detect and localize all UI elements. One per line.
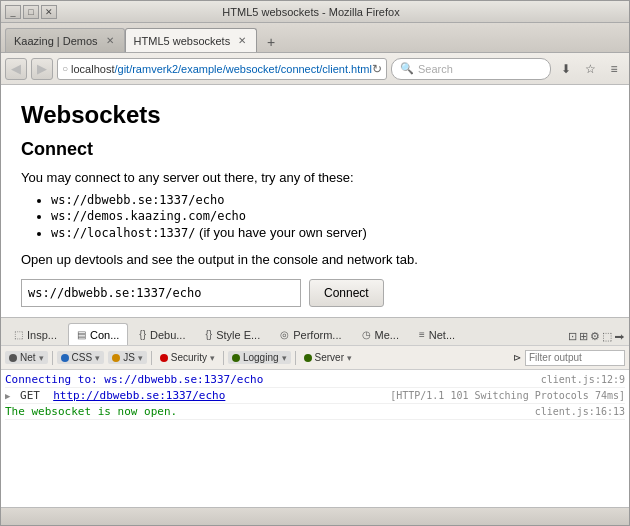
tab-websockets[interactable]: HTML5 websockets ✕ (125, 28, 258, 52)
window-title: HTML5 websockets - Mozilla Firefox (57, 6, 565, 18)
console-line-1-ref: client.js:12:9 (541, 374, 625, 385)
new-tab-button[interactable]: + (261, 32, 281, 52)
console-line-3-text: The websocket is now open. (5, 405, 535, 418)
list-item: ws://localhost:1337/ (if you have your o… (51, 225, 609, 240)
url-path: /git/ramverk2/example/websocket/connect/… (114, 63, 371, 75)
filter-output-arrow: ⊳ (513, 352, 521, 363)
devtools-tab-inspector[interactable]: ⬚ Insp... (5, 323, 66, 345)
inspector-icon: ⬚ (14, 329, 23, 340)
list-item: ws://dbwebb.se:1337/echo (51, 193, 609, 207)
url-text: localhost/git/ramverk2/example/websocket… (71, 63, 372, 75)
devtools-tab-memory[interactable]: ◷ Me... (353, 323, 408, 345)
filter-css-chevron: ▾ (95, 353, 100, 363)
filter-sep-2 (151, 351, 152, 365)
search-icon: 🔍 (400, 62, 414, 75)
filter-server-chevron: ▾ (347, 353, 352, 363)
filter-security-dot (160, 354, 168, 362)
console-line-3: The websocket is now open. client.js:16:… (5, 404, 625, 420)
connect-row: Connect (21, 279, 609, 307)
filter-js-dot (112, 354, 120, 362)
filter-server[interactable]: Server ▾ (300, 351, 356, 364)
page-title: Websockets (21, 101, 609, 129)
filter-sep-3 (223, 351, 224, 365)
maximize-button[interactable]: □ (23, 5, 39, 19)
devtools-tab-performance[interactable]: ◎ Perform... (271, 323, 350, 345)
console-line-2-ref: [HTTP/1.1 101 Switching Protocols 74ms] (390, 390, 625, 401)
filter-logging[interactable]: Logging ▾ (228, 351, 291, 364)
server-url-1: ws://dbwebb.se:1337/echo (51, 193, 224, 207)
nav-extras: ⬇ ☆ ≡ (555, 58, 625, 80)
download-button[interactable]: ⬇ (555, 58, 577, 80)
tab-kaazing[interactable]: Kaazing | Demos ✕ (5, 28, 125, 52)
devtools-tab-network[interactable]: ≡ Net... (410, 323, 464, 345)
console-line-1-text: Connecting to: ws://dbwebb.se:1337/echo (5, 373, 541, 386)
devtools-tab-console[interactable]: ▤ Con... (68, 323, 128, 345)
tab-websockets-close[interactable]: ✕ (236, 35, 248, 46)
performance-icon: ◎ (280, 329, 289, 340)
filter-sep-1 (52, 351, 53, 365)
filter-net-label: Net (20, 352, 36, 363)
filter-js[interactable]: JS ▾ (108, 351, 147, 364)
filter-security[interactable]: Security ▾ (156, 351, 219, 364)
browser-window: _ □ ✕ HTML5 websockets - Mozilla Firefox… (0, 0, 630, 526)
devtools-icon-4[interactable]: ⬚ (602, 330, 612, 343)
devtools-tab-bar: ⬚ Insp... ▤ Con... {} Debu... {} Style E… (1, 318, 629, 346)
tab-kaazing-close[interactable]: ✕ (104, 35, 116, 46)
filter-css[interactable]: CSS ▾ (57, 351, 105, 364)
filter-net-dot (9, 354, 17, 362)
filter-security-label: Security (171, 352, 207, 363)
search-bar[interactable]: 🔍 Search (391, 58, 551, 80)
devtools-icon-1[interactable]: ⊡ (568, 330, 577, 343)
server-list: ws://dbwebb.se:1337/echo ws://demos.kaaz… (21, 193, 609, 240)
page: Websockets Connect You may connect to an… (1, 85, 629, 507)
filter-sep-4 (295, 351, 296, 365)
devtools-icon-2[interactable]: ⊞ (579, 330, 588, 343)
page-content: Websockets Connect You may connect to an… (1, 85, 629, 317)
close-button[interactable]: ✕ (41, 5, 57, 19)
forward-icon: ▶ (37, 61, 47, 76)
reload-button[interactable]: ↻ (372, 62, 382, 76)
titlebar: _ □ ✕ HTML5 websockets - Mozilla Firefox (1, 1, 629, 23)
filter-security-chevron: ▾ (210, 353, 215, 363)
statusbar (1, 507, 629, 525)
devtools-icon-5[interactable]: ⮕ (614, 331, 625, 343)
search-input-label: Search (418, 63, 453, 75)
debugger-icon: {} (139, 329, 146, 340)
devtools-filter-bar: Net ▾ CSS ▾ JS ▾ Security (1, 346, 629, 370)
devtools-tab-memory-label: Me... (375, 329, 399, 341)
url-host: localhost (71, 63, 114, 75)
filter-js-label: JS (123, 352, 135, 363)
console-line-2-text: ▶ GET http://dbwebb.se:1337/echo (5, 389, 390, 402)
devtools-tab-style[interactable]: {} Style E... (196, 323, 269, 345)
filter-output-input[interactable] (525, 350, 625, 366)
devtools-icon-3[interactable]: ⚙ (590, 330, 600, 343)
minimize-button[interactable]: _ (5, 5, 21, 19)
menu-button[interactable]: ≡ (603, 58, 625, 80)
filter-server-dot (304, 354, 312, 362)
connect-button[interactable]: Connect (309, 279, 384, 307)
server-note-3: (if you have your own server) (196, 225, 367, 240)
favicon-icon: ○ (62, 63, 68, 74)
filter-logging-chevron: ▾ (282, 353, 287, 363)
devtools-tab-network-label: Net... (429, 329, 455, 341)
connect-input[interactable] (21, 279, 301, 307)
console-output: Connecting to: ws://dbwebb.se:1337/echo … (1, 370, 629, 507)
devtools-tab-debugger[interactable]: {} Debu... (130, 323, 194, 345)
forward-button[interactable]: ▶ (31, 58, 53, 80)
back-icon: ◀ (11, 61, 21, 76)
list-item: ws://demos.kaazing.com/echo (51, 209, 609, 223)
network-icon: ≡ (419, 329, 425, 340)
devtools-tab-console-label: Con... (90, 329, 119, 341)
expand-icon[interactable]: ▶ (5, 391, 10, 401)
console-line-2: ▶ GET http://dbwebb.se:1337/echo [HTTP/1… (5, 388, 625, 404)
bookmark-button[interactable]: ☆ (579, 58, 601, 80)
back-button[interactable]: ◀ (5, 58, 27, 80)
url-bar[interactable]: ○ localhost/git/ramverk2/example/websock… (57, 58, 387, 80)
filter-js-chevron: ▾ (138, 353, 143, 363)
filter-net[interactable]: Net ▾ (5, 351, 48, 364)
filter-server-label: Server (315, 352, 344, 363)
filter-output-area: ⊳ (513, 350, 625, 366)
console-link[interactable]: http://dbwebb.se:1337/echo (53, 389, 225, 402)
console-line-1: Connecting to: ws://dbwebb.se:1337/echo … (5, 372, 625, 388)
devtools-tab-style-label: Style E... (216, 329, 260, 341)
